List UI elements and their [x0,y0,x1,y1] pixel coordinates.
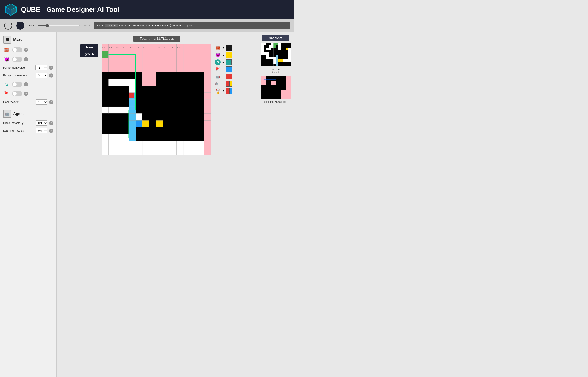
learning-label: Learning Rate α : [3,129,34,132]
toolbar: Fast Slow Click Snapshot to take a scree… [0,19,294,33]
instruction-text-2: to take a screenshot of the maze; Click [119,24,166,27]
app-header: QUBE - Game Designer AI Tool [0,0,294,19]
speed-slow-label: Slow [84,24,90,27]
monster-toggle-row: 😈 ? [3,56,53,63]
maze-section-icon: ⊞ [3,36,11,44]
start-toggle[interactable] [12,82,22,87]
flag-help-icon[interactable]: ? [24,92,28,96]
goal-help-icon[interactable]: ? [49,100,53,104]
legend-agent-color [226,74,232,80]
legend-flag: 🚩 = [215,67,232,72]
discount-row: Discount factor γ: 0.9 0.8 0.7 0.5 ? [3,120,53,126]
speed-fast-label: Fast [29,24,34,27]
start-help-icon[interactable]: ? [24,82,28,86]
maze-section-header: ⊞ Maze [3,36,53,44]
maze-tab-button[interactable]: Maze [80,44,99,50]
legend-flag-icon: 🚩 [215,67,221,72]
app-title: QUBE - Game Designer AI Tool [21,6,119,13]
play-button[interactable] [16,22,24,30]
range-row: Range of movement: 1 2 3 4 ? [3,73,53,78]
maze-section-label: Maze [13,37,23,42]
play-icon [17,22,24,29]
start-icon: S [3,81,11,88]
maze-canvas[interactable] [102,44,211,155]
goal-select[interactable]: 1 2 5 [36,99,47,105]
learning-row: Learning Rate α : 0.5 0.3 0.1 0.7 ? [3,128,53,133]
flag-toggle-row: 🚩 ? [3,90,53,97]
right-panel: Snapshot path notfound totaltime:21.781s… [257,33,294,377]
flag-icon: 🚩 [3,90,11,97]
punishment-help-icon[interactable]: ? [49,66,53,70]
punishment-select[interactable]: -1 -0.5 -2 [35,65,47,70]
timer-display: Total time:21.781secs [134,36,181,42]
main-layout: ⊞ Maze 🧱 ? 😈 ? Punishment value: -1 [0,33,294,377]
range-select[interactable]: 1 2 3 4 [36,73,47,78]
legend-agent-monster-colors [226,81,232,87]
restart-icon [4,22,12,30]
goal-row: Goal reward: 1 2 5 ? [3,99,53,105]
learning-select[interactable]: 0.5 0.3 0.1 0.7 [36,128,47,133]
preview-canvas-2 [261,76,291,99]
maze-wrapper: Maze Q Table 🧱 = 😈 = S = [80,44,234,155]
agent-section-icon: 🤖 [3,110,11,118]
punishment-label: Punishment value: [3,66,34,69]
qtable-tab-button[interactable]: Q Table [80,51,99,58]
app-logo [4,3,18,16]
discount-select[interactable]: 0.9 0.8 0.7 0.5 [36,120,47,126]
wall-icon: 🧱 [3,46,11,53]
instruction-text-1: Click [97,24,103,27]
legend-monster: 😈 = [215,52,232,58]
monster-icon: 😈 [3,56,11,63]
legend-agent-flag-icon: 🤖👍 [215,88,221,94]
legend-agent-monster: 🤖↔ = [215,81,232,87]
logo-area: QUBE - Game Designer AI Tool [4,3,119,16]
punishment-row: Punishment value: -1 -0.5 -2 ? [3,65,53,70]
goal-label: Goal reward: [3,100,34,104]
wall-toggle-row: 🧱 ? [3,46,53,53]
center-panel: Total time:21.781secs Maze Q Table 🧱 = 😈… [57,33,257,377]
wall-toggle[interactable] [12,47,22,52]
legend-flag-color [226,67,232,72]
legend-agent-icon: 🤖 [215,75,221,79]
legend-wall-icon: 🧱 [215,46,221,50]
learning-help-icon[interactable]: ? [49,129,53,133]
legend-monster-icon: 😈 [215,53,221,58]
start-toggle-row: S ? [3,81,53,88]
instruction-text-3: to re-start again [172,24,192,27]
legend-agent: 🤖 = [215,74,232,80]
discount-label: Discount factor γ: [3,121,34,125]
legend-start: S = [215,59,232,65]
path-not-found-label: path notfound [271,68,281,74]
legend-agent-flag: 🤖👍 = [215,88,232,94]
maze-tab-buttons: Maze Q Table [80,44,99,58]
maze-preview-2 [261,76,290,99]
agent-section-header: 🤖 Agent [3,110,53,118]
legend-start-icon: S [215,59,221,65]
speed-slider[interactable] [38,24,80,27]
legend-agent-flag-colors [226,88,232,94]
discount-help-icon[interactable]: ? [49,121,53,125]
legend-start-color [226,59,232,65]
flag-toggle[interactable] [12,91,22,96]
agent-section-label: Agent [13,112,24,116]
legend-wall-color [226,45,232,51]
snapshot-button[interactable]: Snapshot [262,35,289,41]
legend-wall: 🧱 = [215,45,232,51]
snapshot-inline-button[interactable]: Snapshot [105,24,118,27]
monster-help-icon[interactable]: ? [24,57,28,61]
restart-button[interactable] [4,22,12,30]
wall-help-icon[interactable]: ? [24,48,28,52]
range-label: Range of movement: [3,74,34,77]
legend-monster-color [226,52,232,58]
total-time-label: totaltime:21.781secs [264,100,287,103]
preview-canvas-1 [261,43,291,66]
instruction-bar: Click Snapshot to take a screenshot of t… [94,22,290,29]
restart-inline-icon [168,24,171,27]
legend-agent-monster-icon: 🤖↔ [215,82,221,85]
maze-preview-1 [261,43,290,66]
sidebar: ⊞ Maze 🧱 ? 😈 ? Punishment value: -1 [0,33,57,377]
monster-toggle[interactable] [12,57,22,62]
range-help-icon[interactable]: ? [49,73,53,78]
legend: 🧱 = 😈 = S = 🚩 = [214,44,233,95]
